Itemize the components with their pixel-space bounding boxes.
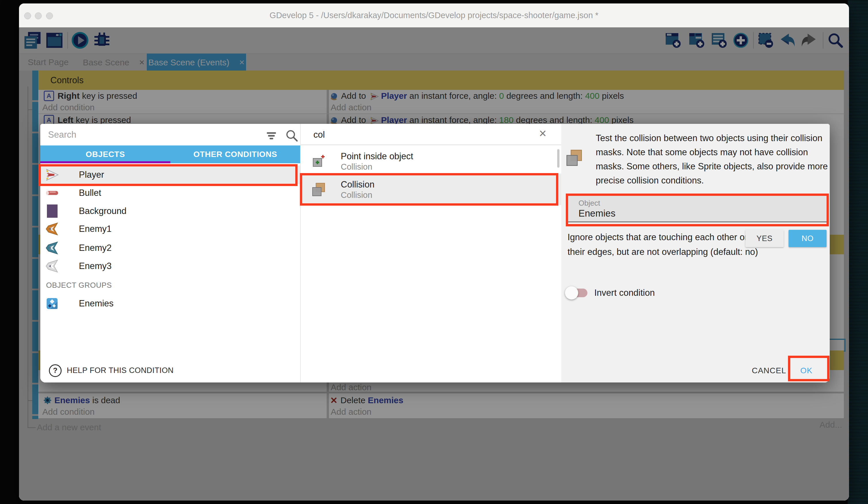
annotation-collision-item — [300, 173, 558, 205]
window-title: GDevelop 5 - /Users/dkarakay/Documents/G… — [19, 3, 849, 27]
titlebar: GDevelop 5 - /Users/dkarakay/Documents/G… — [19, 3, 849, 28]
enemy3-sprite-icon — [45, 260, 59, 273]
condition-description: Test the collision between two objects u… — [596, 131, 829, 188]
condition-search-row: × — [301, 124, 561, 144]
dialog-tabbar: OBJECTS OTHER CONDITIONS — [40, 145, 300, 163]
object-search-row — [40, 124, 300, 145]
divider — [301, 144, 561, 145]
dialog-footer: ? HELP FOR THIS CONDITION CANCEL OK — [40, 359, 830, 382]
search-icon[interactable] — [286, 129, 298, 142]
annotation-player-row — [39, 164, 298, 186]
app-window: GDevelop 5 - /Users/dkarakay/Documents/G… — [19, 3, 849, 501]
cancel-button[interactable]: CANCEL — [746, 359, 792, 382]
result-subtitle: Collision — [341, 162, 372, 172]
background-sprite-icon — [45, 204, 59, 218]
enemy2-sprite-icon — [45, 241, 59, 255]
ignore-edges-label: Ignore objects that are touching each ot… — [568, 230, 761, 259]
no-button[interactable]: NO — [788, 230, 827, 247]
tab-other-conditions[interactable]: OTHER CONDITIONS — [170, 145, 300, 163]
condition-settings-panel: Test the collision between two objects u… — [561, 124, 830, 382]
help-button[interactable]: ? HELP FOR THIS CONDITION — [49, 359, 174, 382]
yes-button[interactable]: YES — [745, 230, 784, 247]
condition-editor-dialog: OBJECTS OTHER CONDITIONS Player Bullet B… — [40, 124, 830, 382]
scrollbar[interactable] — [557, 149, 559, 168]
condition-search-input[interactable] — [313, 127, 515, 142]
annotation-object-field — [566, 193, 829, 226]
object-name: Enemy2 — [79, 243, 112, 253]
tab-objects[interactable]: OBJECTS — [40, 145, 170, 163]
filter-icon[interactable] — [267, 132, 276, 140]
bullet-sprite-icon — [45, 187, 59, 200]
desktop-wallpaper — [848, 0, 868, 504]
collision-icon — [566, 149, 582, 167]
object-name: Bullet — [79, 188, 101, 198]
result-title: Point inside object — [341, 151, 413, 162]
objects-column: OBJECTS OTHER CONDITIONS Player Bullet B… — [40, 124, 300, 382]
object-name: Background — [79, 206, 126, 216]
group-item-enemies[interactable]: Enemies — [40, 294, 300, 313]
object-name: Enemy3 — [79, 261, 112, 271]
invert-condition-label: Invert condition — [594, 286, 655, 299]
object-item-bullet[interactable]: Bullet — [40, 184, 300, 202]
annotation-ok-button — [788, 356, 829, 381]
clear-search-icon[interactable]: × — [539, 126, 547, 141]
object-name: Enemy1 — [79, 224, 112, 234]
help-label: HELP FOR THIS CONDITION — [67, 366, 174, 375]
active-tab-underline — [40, 161, 170, 163]
object-item-background[interactable]: Background — [40, 202, 300, 220]
toggle-knob — [565, 286, 578, 300]
invert-condition-toggle[interactable] — [565, 285, 591, 301]
help-icon: ? — [49, 364, 62, 377]
enemies-group-icon — [45, 297, 59, 310]
object-item-enemy2[interactable]: Enemy2 — [40, 239, 300, 257]
conditions-column: × Point inside object Collision Collisio… — [300, 124, 562, 382]
point-inside-object-icon — [312, 154, 325, 168]
group-name: Enemies — [79, 299, 114, 309]
object-item-enemy1[interactable]: Enemy1 — [40, 220, 300, 238]
object-groups-header: OBJECT GROUPS — [46, 281, 112, 290]
enemy1-sprite-icon — [45, 222, 59, 235]
result-point-inside-object[interactable]: Point inside object Collision — [301, 148, 561, 174]
object-search-input[interactable] — [48, 127, 210, 142]
object-item-enemy3[interactable]: Enemy3 — [40, 257, 300, 275]
